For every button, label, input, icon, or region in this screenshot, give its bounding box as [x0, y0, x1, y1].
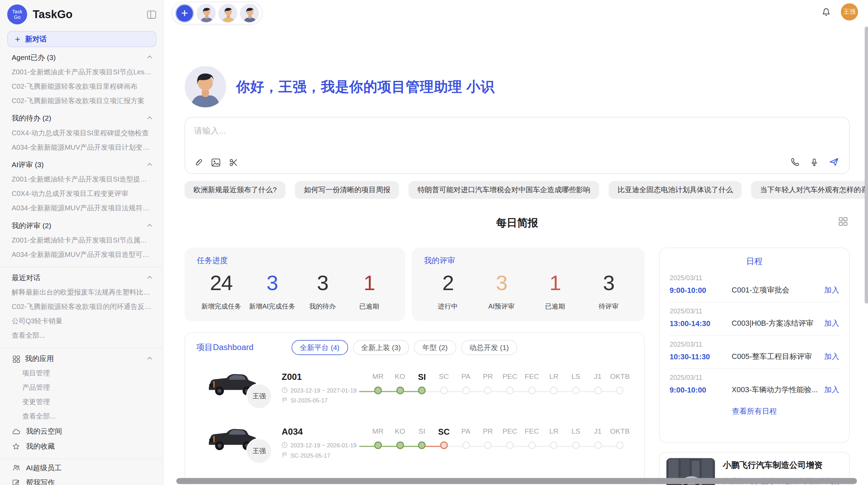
my-apps-header[interactable]: 我的应用	[0, 352, 163, 366]
schedule-line: 9:00-10:00C001-立项审批会加入	[670, 285, 839, 295]
schedule-line: 10:30-11:30C005-整车工程目标评审加入	[670, 352, 839, 362]
schedule-time: 9:00-10:00	[670, 386, 732, 394]
user-avatar[interactable]: 王强	[841, 3, 858, 21]
suggestion-chip[interactable]: 比亚迪全固态电池计划具体说了什么	[609, 181, 742, 199]
apps-grid-icon	[12, 355, 21, 362]
sidebar-item-favorites[interactable]: 我的收藏	[0, 439, 163, 454]
scissors-icon[interactable]	[229, 158, 238, 167]
join-meeting-link[interactable]: 加入	[824, 385, 839, 395]
tool-label: AI超级员工	[26, 463, 153, 473]
milestone-dot	[418, 386, 426, 394]
member-avatar[interactable]	[240, 4, 259, 23]
layout-grid-icon[interactable]	[839, 217, 847, 228]
recent-view-all-link[interactable]: 查看全部...	[0, 328, 163, 343]
recent-conversations-header[interactable]: 最近对话	[0, 271, 163, 285]
stat-label: 已逾期	[350, 302, 388, 311]
project-code: Z001	[281, 372, 361, 382]
sidebar-task-item[interactable]: C02-飞腾新能源轻客改款项目里程碑画布	[0, 79, 163, 94]
join-meeting-link[interactable]: 加入	[824, 319, 839, 328]
join-meeting-link[interactable]: 加入	[824, 352, 839, 362]
milestone-dot	[396, 386, 404, 394]
app-item[interactable]: 产品管理	[0, 381, 163, 395]
milestone-label: LS	[565, 372, 587, 386]
stat-cell: 1已逾期	[535, 271, 574, 311]
sidebar-task-item[interactable]: Z001-全新燃油皮卡产品开发项目SI节点Lesson Learn报告	[0, 65, 163, 79]
milestone-dot	[396, 441, 404, 449]
stat-card-title: 我的评审	[424, 256, 632, 266]
dashboard-tab[interactable]: 动总开发 (1)	[461, 340, 517, 355]
schedule-event-name: C003|H0B-方案冻结评审	[732, 319, 824, 328]
milestone-dot	[616, 441, 624, 449]
briefing-left-column: 任务进度24新增完成任务3新增AI完成任务3我的待办1已逾期我的评审2进行中3A…	[184, 248, 644, 485]
milestone-label: SI	[411, 372, 433, 386]
view-all-schedule-link[interactable]: 查看所有日程	[670, 401, 839, 416]
sidebar: Task Go TaskGo + 新对话 Agent已办 (3)Z001-全新燃…	[0, 0, 164, 485]
send-toolbar	[791, 157, 839, 167]
suggestion-chip[interactable]: 如何写一份清晰的项目周报	[295, 181, 399, 199]
phone-icon[interactable]	[791, 157, 800, 166]
horizontal-scrollbar[interactable]	[176, 478, 857, 484]
add-contact-button[interactable]: +	[175, 4, 194, 23]
sidebar-task-item[interactable]: C0X4-动力总成开发项目SI里程碑提交物检查	[0, 126, 163, 140]
suggestion-chip[interactable]: 欧洲新规最近颁布了什么?	[184, 181, 286, 199]
milestone-dot	[440, 386, 448, 394]
sidebar-section-header-0[interactable]: Agent已办 (3)	[0, 50, 163, 65]
microphone-icon[interactable]	[810, 157, 819, 167]
dashboard-tab[interactable]: 全新上装 (3)	[353, 340, 409, 355]
stat-label: 待评审	[589, 302, 628, 311]
cloud-icon	[12, 428, 21, 434]
sidebar-section-header-2[interactable]: AI评审 (3)	[0, 158, 163, 172]
chevron-up-icon	[146, 221, 153, 231]
schedule-item: 2025/03/1113:00-14:30C003|H0B-方案冻结评审加入	[670, 302, 839, 336]
milestone-dot	[462, 441, 470, 449]
join-meeting-link[interactable]: 加入	[824, 285, 839, 295]
message-input[interactable]	[185, 117, 849, 150]
sidebar-task-item[interactable]: C02-飞腾新能源轻客改款项目立项汇报方案	[0, 94, 163, 108]
sidebar-item-cloud-space[interactable]: 我的云空间	[0, 424, 163, 439]
recent-conversation-item[interactable]: C02-飞腾新能源轻客改款项目的闭环通告反馈情况	[0, 300, 163, 314]
milestone-label: KO	[389, 427, 411, 440]
sidebar-task-item[interactable]: A034-全新新能源MUV产品开发项目法规符合性评审	[0, 201, 163, 215]
suggestion-chip[interactable]: 当下年轻人对汽车外观有怎样的喜好趋势	[751, 181, 868, 199]
new-chat-button[interactable]: + 新对话	[7, 31, 156, 47]
sidebar-collapse-icon[interactable]	[147, 10, 156, 18]
sidebar-section-header-3[interactable]: 我的评审 (2)	[0, 219, 163, 233]
sidebar-task-item[interactable]: Z001-全新燃油轻卡产品开发项目SI造型提交物评审	[0, 172, 163, 187]
notification-bell-icon[interactable]	[821, 7, 831, 17]
member-avatar[interactable]	[218, 4, 237, 23]
recent-conversation-item[interactable]: 公司Q3轻卡销量	[0, 314, 163, 328]
recent-conversations-header-title: 最近对话	[12, 273, 146, 283]
app-window: Task Go TaskGo + 新对话 Agent已办 (3)Z001-全新燃…	[0, 0, 868, 485]
stat-value: 3	[303, 271, 342, 295]
my-apps-title: 我的应用	[25, 354, 146, 364]
sidebar-task-item[interactable]: C0X4-动力总成开发项目工程变更评审	[0, 187, 163, 201]
apps-view-all-link[interactable]: 查看全部...	[0, 409, 163, 424]
suggestion-chip[interactable]: 特朗普可能对进口汽车增税会对中国车企造成哪些影响	[409, 181, 599, 199]
send-icon[interactable]	[829, 157, 839, 167]
clock-icon	[281, 442, 288, 449]
sidebar-tool-people[interactable]: AI超级员工	[0, 460, 163, 475]
app-item[interactable]: 项目管理	[0, 366, 163, 381]
milestone-dot	[506, 441, 514, 449]
recent-conversation-item[interactable]: 解释最新出台的欧盟报废车法规再生塑料比例被调至15%...	[0, 285, 163, 300]
vertical-scrollbar[interactable]	[865, 27, 868, 303]
paperclip-icon[interactable]	[194, 158, 203, 167]
milestone-dot	[418, 441, 426, 449]
sidebar-task-item[interactable]: A034-全新新能源MUV产品开发项目计划变更表编写	[0, 140, 163, 154]
logo-line1: Task	[12, 9, 22, 14]
sidebar-task-item[interactable]: A034-全新新能源MUV产品开发项目造型可行性评审	[0, 248, 163, 262]
stat-value: 2	[429, 271, 467, 295]
app-item[interactable]: 变更管理	[0, 395, 163, 409]
sidebar-tool-write[interactable]: 帮我写作	[0, 475, 163, 485]
milestone-ls: LS	[565, 427, 587, 451]
image-icon[interactable]	[211, 158, 220, 167]
sidebar-task-item[interactable]: Z001-全新燃油轻卡产品开发项目SI节点属性5D文件评审	[0, 233, 163, 248]
milestone-pr: PR	[477, 427, 499, 451]
dashboard-tab[interactable]: 年型 (2)	[414, 340, 456, 355]
dashboard-tab[interactable]: 全新平台 (4)	[291, 340, 348, 355]
member-avatar[interactable]	[197, 4, 216, 23]
milestone-dot	[506, 386, 514, 394]
sidebar-section-header-1[interactable]: 我的待办 (2)	[0, 111, 163, 126]
people-icon	[12, 464, 21, 471]
composer	[184, 117, 849, 174]
